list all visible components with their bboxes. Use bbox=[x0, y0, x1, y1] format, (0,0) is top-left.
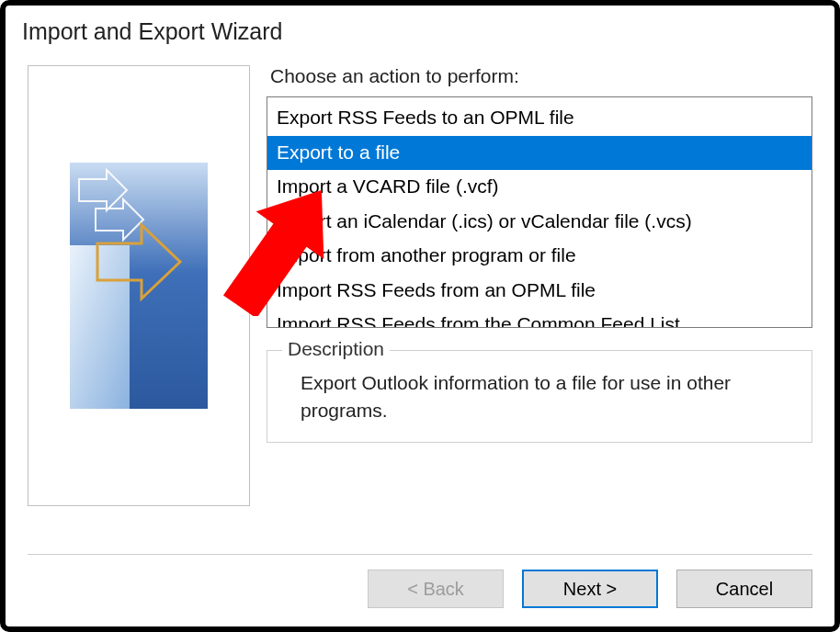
action-list-item[interactable]: Export RSS Feeds to an OPML file bbox=[267, 101, 812, 136]
svg-marker-1 bbox=[70, 245, 130, 409]
wizard-content: Choose an action to perform: Export RSS … bbox=[6, 54, 834, 537]
wizard-right-column: Choose an action to perform: Export RSS … bbox=[267, 65, 812, 537]
action-list-item[interactable]: Import RSS Feeds from an OPML file bbox=[267, 274, 812, 309]
action-list-item[interactable]: Import a VCARD file (.vcf) bbox=[267, 170, 812, 205]
window-title: Import and Export Wizard bbox=[6, 6, 834, 54]
action-list[interactable]: Export RSS Feeds to an OPML fileExport t… bbox=[267, 96, 812, 328]
action-prompt-label: Choose an action to perform: bbox=[267, 65, 812, 96]
cancel-button[interactable]: Cancel bbox=[676, 570, 812, 608]
wizard-side-graphic bbox=[28, 65, 250, 506]
action-list-item[interactable]: Export to a file bbox=[267, 136, 812, 171]
wizard-image-icon bbox=[70, 163, 208, 409]
wizard-window: Import and Export Wizard bbox=[0, 0, 840, 632]
description-text: Export Outlook information to a file for… bbox=[301, 369, 797, 425]
next-button[interactable]: Next > bbox=[522, 570, 658, 608]
wizard-button-row: < Back Next > Cancel bbox=[6, 555, 834, 626]
description-group: Description Export Outlook information t… bbox=[267, 350, 812, 443]
action-list-item[interactable]: Import an iCalendar (.ics) or vCalendar … bbox=[267, 205, 812, 240]
action-list-item[interactable]: Import RSS Feeds from the Common Feed Li… bbox=[267, 308, 812, 328]
action-list-item[interactable]: Import from another program or file bbox=[267, 239, 812, 274]
description-legend: Description bbox=[282, 338, 390, 360]
back-button: < Back bbox=[368, 570, 504, 608]
